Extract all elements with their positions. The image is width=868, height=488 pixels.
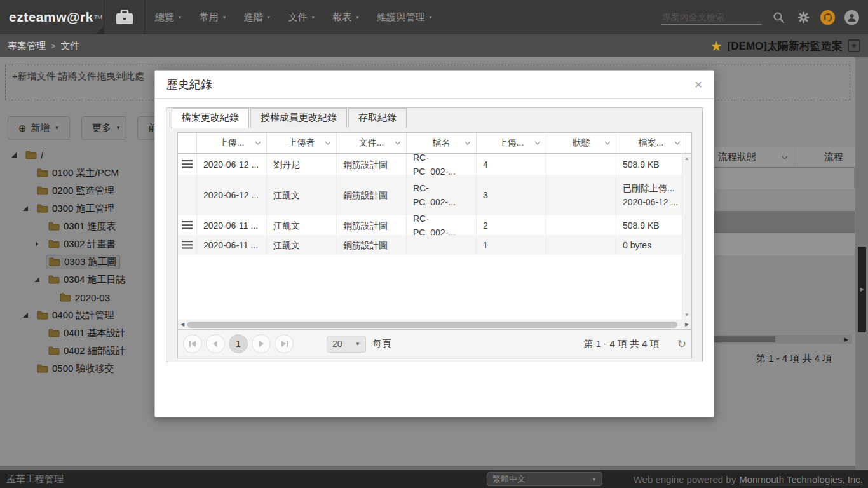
- scroll-left-icon[interactable]: ◀: [178, 320, 187, 329]
- table-cell: 2: [477, 215, 546, 235]
- app-logo[interactable]: ezteamw@rk TM: [0, 0, 104, 34]
- page-size-select[interactable]: 20 ▼: [327, 336, 366, 353]
- table-cell: 2020-06-11 ...: [197, 215, 267, 235]
- table-cell: [546, 235, 616, 255]
- tab-存取紀錄[interactable]: 存取紀錄: [348, 108, 407, 128]
- page-footer: 孟華工程管理 繁體中文 ▼ Web engine powered by Monm…: [0, 470, 868, 488]
- tab-授權成員更改紀錄[interactable]: 授權成員更改紀錄: [250, 108, 347, 128]
- menu-overview[interactable]: 總覽 ▼: [155, 11, 182, 24]
- table-row[interactable]: 2020-06-11 ...江凱文鋼筋設計圖RC-PC_002-...2508.…: [178, 215, 682, 235]
- table-cell: 江凱文: [267, 175, 337, 215]
- history-dialog: 歷史紀錄 × 檔案更改紀錄授權成員更改紀錄存取紀錄 上傳... 上傳者 文件..…: [154, 70, 714, 417]
- column-header[interactable]: 上傳...: [477, 133, 546, 153]
- column-header[interactable]: 狀態: [546, 133, 616, 153]
- current-page-button[interactable]: 1: [229, 334, 248, 353]
- row-menu-cell: [178, 175, 197, 215]
- menu-label: 進階: [244, 11, 263, 24]
- gear-icon[interactable]: [796, 10, 811, 25]
- project-name: [DEMO]太陽新村監造案: [728, 39, 843, 53]
- table-cell: RC-PC_002-...: [407, 154, 477, 175]
- table-row[interactable]: 2020-06-11 ...江凱文鋼筋設計圖10 bytes: [178, 235, 682, 255]
- scroll-up-icon[interactable]: ▲: [682, 156, 691, 161]
- breadcrumb-project-management[interactable]: 專案管理: [8, 40, 46, 52]
- row-menu-icon[interactable]: [182, 160, 193, 168]
- vendor-link[interactable]: Monmouth Technologies, Inc.: [739, 474, 863, 485]
- table-cell: 1: [477, 235, 546, 255]
- scroll-down-icon[interactable]: ▼: [682, 312, 691, 318]
- menu-reports[interactable]: 報表 ▼: [333, 11, 360, 24]
- search-icon[interactable]: [771, 10, 786, 25]
- table-cell: 2020-06-12 ...: [197, 154, 267, 175]
- table-cell: 江凱文: [267, 215, 337, 235]
- chevron-down-icon[interactable]: [674, 141, 681, 145]
- menu-advanced[interactable]: 進階 ▼: [244, 11, 271, 24]
- menu-label: 常用: [200, 11, 219, 24]
- menu-common[interactable]: 常用 ▼: [200, 11, 227, 24]
- column-header[interactable]: 上傳...: [197, 133, 267, 153]
- chevron-down-icon: ▼: [355, 341, 360, 347]
- logo-text: ezteamw@rk: [9, 10, 93, 25]
- chevron-down-icon[interactable]: [465, 141, 471, 145]
- grid-horizontal-scrollbar[interactable]: ◀ ▶: [178, 320, 691, 329]
- tab-檔案更改紀錄[interactable]: 檔案更改紀錄: [172, 108, 249, 128]
- chevron-down-icon[interactable]: [534, 141, 541, 145]
- favorite-toggle-icon[interactable]: ★: [848, 39, 860, 52]
- table-cell: 鋼筋設計圖: [337, 215, 407, 235]
- breadcrumb-separator: >: [51, 41, 56, 51]
- tabstrip-panel: 檔案更改紀錄授權成員更改紀錄存取紀錄 上傳... 上傳者 文件... 檔名 上傳…: [166, 107, 703, 362]
- table-cell: 劉丹尼: [267, 154, 337, 175]
- chevron-down-icon[interactable]: [255, 141, 261, 145]
- prev-page-button[interactable]: [206, 334, 225, 353]
- grid-vertical-scrollbar[interactable]: ▲ ▼: [682, 154, 691, 320]
- row-menu-cell[interactable]: [178, 235, 197, 255]
- chevron-down-icon: ▼: [355, 15, 360, 20]
- scrollbar-thumb[interactable]: [187, 322, 677, 328]
- table-cell: [546, 154, 616, 175]
- column-header[interactable]: 檔名: [407, 133, 477, 153]
- refresh-icon[interactable]: ↻: [677, 337, 686, 351]
- row-menu-icon[interactable]: [182, 241, 193, 249]
- table-cell: 508.9 KB: [616, 154, 686, 175]
- table-cell: RC-PC_002-...: [407, 175, 477, 215]
- grid-header: 上傳... 上傳者 文件... 檔名 上傳... 狀態 檔案...: [178, 133, 691, 154]
- chevron-down-icon[interactable]: [395, 141, 401, 145]
- chevron-down-icon: ▼: [266, 15, 271, 20]
- row-menu-cell[interactable]: [178, 215, 197, 235]
- chevron-down-icon: ▼: [592, 477, 597, 482]
- column-header[interactable]: 上傳者: [267, 133, 337, 153]
- star-icon: ★: [710, 39, 722, 53]
- chevron-down-icon[interactable]: [325, 141, 331, 145]
- column-header[interactable]: 文件...: [337, 133, 407, 153]
- table-cell: 0 bytes: [616, 235, 686, 255]
- table-cell: RC-PC_002-...: [407, 215, 477, 235]
- per-page-label: 每頁: [372, 338, 391, 350]
- row-menu-icon[interactable]: [182, 221, 193, 229]
- chevron-down-icon: ▼: [311, 15, 316, 20]
- close-icon[interactable]: ×: [695, 78, 702, 91]
- table-row[interactable]: 2020-06-12 ...劉丹尼鋼筋設計圖RC-PC_002-...4508.…: [178, 154, 682, 175]
- user-avatar-icon[interactable]: [844, 10, 859, 25]
- menu-documents[interactable]: 文件 ▼: [288, 11, 316, 24]
- main-menu: 總覽 ▼ 常用 ▼ 進階 ▼ 文件 ▼ 報表 ▼ 維護與管理 ▼: [155, 11, 433, 24]
- table-cell: 508.9 KB: [616, 215, 686, 235]
- support-headset-icon[interactable]: [820, 10, 835, 25]
- language-select[interactable]: 繁體中文 ▼: [487, 472, 602, 486]
- table-cell: 2020-06-12 ...: [197, 175, 267, 215]
- column-header[interactable]: 檔案...: [616, 133, 686, 153]
- global-search-input[interactable]: [661, 10, 761, 25]
- project-header: ★ [DEMO]太陽新村監造案 ★: [710, 39, 860, 53]
- next-page-button[interactable]: [252, 334, 271, 353]
- grid-body: 2020-06-12 ...劉丹尼鋼筋設計圖RC-PC_002-...4508.…: [178, 154, 691, 320]
- briefcase-icon[interactable]: [104, 0, 145, 34]
- chevron-down-icon: ▼: [222, 15, 227, 20]
- last-page-button[interactable]: [275, 334, 294, 353]
- top-navbar: ezteamw@rk TM 總覽 ▼ 常用 ▼ 進階 ▼ 文件 ▼ 報表 ▼ 維…: [0, 0, 868, 34]
- table-cell: [407, 235, 477, 255]
- scroll-right-icon[interactable]: ▶: [682, 320, 691, 329]
- menu-maintenance[interactable]: 維護與管理 ▼: [377, 11, 433, 24]
- chevron-down-icon[interactable]: [604, 141, 611, 145]
- row-menu-cell[interactable]: [178, 154, 197, 175]
- first-page-button[interactable]: [183, 334, 202, 353]
- table-row[interactable]: 2020-06-12 ...江凱文鋼筋設計圖RC-PC_002-...3已刪除上…: [178, 175, 682, 215]
- breadcrumb-documents[interactable]: 文件: [61, 40, 80, 52]
